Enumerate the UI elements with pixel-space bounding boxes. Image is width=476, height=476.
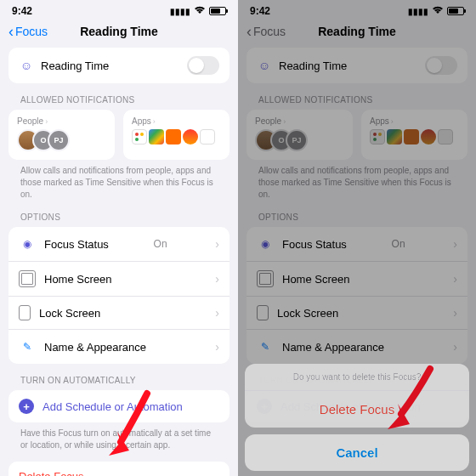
name-appearance-label: Name & Appearance bbox=[44, 341, 146, 354]
chevron-right-icon: › bbox=[215, 237, 219, 251]
home-screen-icon bbox=[19, 270, 36, 287]
allowed-header: ALLOWED NOTIFICATIONS bbox=[8, 83, 230, 110]
battery-icon bbox=[209, 7, 226, 15]
people-card[interactable]: People› O PJ bbox=[8, 110, 115, 160]
apps-card[interactable]: Apps› bbox=[123, 110, 230, 160]
focus-status-icon: ◉ bbox=[19, 235, 36, 252]
app-icon bbox=[183, 129, 198, 144]
lock-screen-label: Lock Screen bbox=[39, 307, 100, 320]
back-button[interactable]: ‹ Focus bbox=[8, 24, 48, 39]
lock-screen-icon bbox=[19, 305, 31, 320]
phone-right: 9:42 ▮▮▮▮ ‹ Focus Reading Time ☺ Reading… bbox=[238, 0, 476, 476]
delete-focus-label: Delete Focus bbox=[19, 470, 84, 476]
app-icon bbox=[132, 129, 147, 144]
nav-bar: ‹ Focus Reading Time bbox=[0, 19, 238, 48]
app-icon bbox=[166, 129, 181, 144]
focus-status-label: Focus Status bbox=[44, 238, 109, 251]
home-screen-label: Home Screen bbox=[44, 273, 111, 286]
plus-icon: + bbox=[19, 399, 34, 414]
status-time: 9:42 bbox=[12, 5, 32, 17]
chevron-right-icon: › bbox=[153, 117, 156, 126]
back-label: Focus bbox=[15, 25, 48, 38]
chevron-right-icon: › bbox=[215, 272, 219, 286]
focus-status-value: On bbox=[154, 238, 167, 250]
focus-toggle-card: ☺ Reading Time bbox=[8, 48, 230, 83]
status-bar: 9:42 ▮▮▮▮ bbox=[0, 0, 238, 19]
focus-toggle-row[interactable]: ☺ Reading Time bbox=[8, 48, 230, 83]
name-appearance-row[interactable]: ✎ Name & Appearance › bbox=[8, 329, 230, 364]
app-icon bbox=[200, 129, 215, 144]
wifi-icon bbox=[194, 6, 206, 16]
avatar: PJ bbox=[48, 129, 70, 151]
automation-header: TURN ON AUTOMATICALLY bbox=[8, 364, 230, 390]
focus-status-row[interactable]: ◉ Focus Status On › bbox=[8, 227, 230, 261]
chevron-right-icon: › bbox=[45, 117, 48, 126]
phone-left: 9:42 ▮▮▮▮ ‹ Focus Reading Time ☺ Reading… bbox=[0, 0, 238, 476]
signal-icon: ▮▮▮▮ bbox=[170, 7, 190, 16]
allowed-footer: Allow calls and notifications from peopl… bbox=[8, 160, 230, 201]
chevron-right-icon: › bbox=[215, 340, 219, 354]
people-label: People bbox=[17, 116, 43, 126]
pencil-icon: ✎ bbox=[19, 338, 36, 355]
reading-time-icon: ☺ bbox=[19, 58, 34, 73]
annotation-arrow bbox=[377, 365, 445, 441]
annotation-arrow bbox=[100, 389, 160, 466]
people-avatars: O PJ bbox=[17, 129, 106, 151]
options-header: OPTIONS bbox=[8, 201, 230, 227]
chevron-right-icon: › bbox=[215, 306, 219, 320]
focus-toggle-label: Reading Time bbox=[41, 60, 109, 72]
status-indicators: ▮▮▮▮ bbox=[170, 6, 226, 16]
app-icon bbox=[149, 129, 164, 144]
chevron-left-icon: ‹ bbox=[8, 24, 14, 39]
lock-screen-row[interactable]: Lock Screen › bbox=[8, 296, 230, 329]
home-screen-row[interactable]: Home Screen › bbox=[8, 261, 230, 296]
app-icons bbox=[132, 129, 221, 144]
focus-toggle-switch[interactable] bbox=[187, 56, 219, 75]
apps-label: Apps bbox=[132, 116, 151, 126]
